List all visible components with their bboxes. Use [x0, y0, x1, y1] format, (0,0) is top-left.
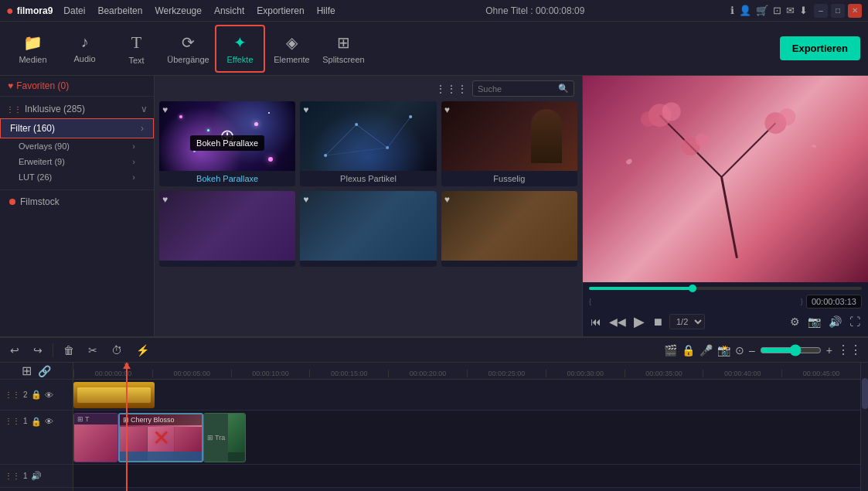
export-button[interactable]: Exportieren [780, 36, 860, 60]
inklusive-category[interactable]: ⋮⋮ Inklusive (285) ∨ [0, 100, 154, 118]
time-display: 00:00:03:13 [806, 295, 862, 309]
stop-button[interactable]: ⏹ [651, 314, 665, 329]
add-track-icon[interactable]: ⊞ [22, 363, 32, 378]
ruler-mark-5: 00:00:25:00 [467, 370, 546, 377]
info-icon[interactable]: ℹ [730, 5, 734, 16]
redo-button[interactable]: ↪ [29, 342, 46, 359]
minus-zoom-icon[interactable]: – [749, 344, 755, 356]
tool-elemente[interactable]: ◈ Elemente [267, 25, 317, 73]
audio-track-mute[interactable]: 🔊 [31, 471, 42, 481]
tool-text[interactable]: T Text [111, 25, 162, 73]
lock-icon[interactable]: 🔒 [682, 344, 695, 356]
snapshot-icon[interactable]: 📸 [717, 344, 730, 356]
timeline-toolbar: ↩ ↪ 🗑 ✂ ⏱ ⚡ 🎬 🔒 🎤 📸 ⊙ – + ⋮⋮ [0, 338, 868, 363]
minimize-button[interactable]: – [814, 4, 828, 18]
volume-button[interactable]: 🔊 [827, 314, 843, 329]
tool-splitscreen[interactable]: ⊞ Splitscreen [318, 25, 369, 73]
inklusive-grid-icon: ⋮⋮ [6, 105, 22, 114]
grid-view-toggle[interactable]: ⋮⋮⋮ [435, 83, 468, 95]
timeline-view-icon[interactable]: ⋮⋮ [837, 343, 862, 357]
effect-card-bokeh[interactable]: ♥ ⊕ Bokeh Parallaxe Bokeh Parallaxe [159, 101, 295, 186]
effect-thumb-4: ♥ [159, 191, 295, 261]
effect-card-6[interactable]: ♥ [441, 191, 577, 267]
undo-button[interactable]: ↩ [6, 342, 23, 359]
filmstock-label: Filmstock [20, 196, 60, 207]
clip-t[interactable]: ⊞ T [73, 413, 118, 462]
track-1-eye[interactable]: 👁 [45, 417, 53, 426]
track-2-eye[interactable]: 👁 [45, 390, 53, 400]
account-icon[interactable]: 👤 [739, 5, 751, 16]
fullscreen-button[interactable]: ⛶ [848, 314, 862, 329]
quality-select[interactable]: 1/2 1/1 1/4 [669, 314, 705, 329]
panel-divider [0, 189, 154, 190]
delete-button[interactable]: 🗑 [60, 342, 78, 359]
track-1-lock[interactable]: 🔒 [31, 417, 42, 427]
plus-zoom-icon[interactable]: + [826, 344, 832, 356]
effect-card-4[interactable]: ♥ [159, 191, 295, 267]
filter-item[interactable]: Filter (160) › [0, 118, 154, 138]
tool-effekte[interactable]: ✦ Effekte [215, 25, 265, 73]
menu-werkzeuge[interactable]: Werkzeuge [150, 4, 206, 18]
splitscreen-icon: ⊞ [337, 33, 350, 52]
window-title: Ohne Titel : 00:00:08:09 [346, 5, 724, 16]
close-button[interactable]: ✕ [848, 4, 862, 18]
effect-card-plexus[interactable]: ♥ Plexus Partikel [300, 101, 436, 186]
loop-icon[interactable]: ⊙ [735, 344, 744, 356]
tool-audio[interactable]: ♪ Audio [60, 25, 110, 73]
audio-eq-button[interactable]: ⚡ [132, 342, 153, 359]
play-button[interactable]: ▶ [632, 312, 646, 332]
tool-medien[interactable]: 📁 Medien [8, 25, 58, 73]
effect-card-fusselig[interactable]: ♥ Fusselig [441, 101, 577, 186]
menu-ansicht[interactable]: Ansicht [209, 4, 249, 18]
settings-button[interactable]: ⚙ [788, 314, 802, 329]
timeline-ruler: 00:00:00:00 00:00:05:00 00:00:10:00 00:0… [73, 363, 860, 380]
effect-label-4 [159, 261, 295, 267]
message-icon[interactable]: ✉ [786, 5, 795, 16]
lut-item[interactable]: LUT (26) › [0, 169, 154, 185]
menu-exportieren[interactable]: Exportieren [252, 4, 308, 18]
menu-hilfe[interactable]: Hilfe [312, 4, 340, 18]
heart-icon-4[interactable]: ♥ [162, 194, 168, 205]
effect-thumb-plexus: ♥ [300, 101, 436, 171]
screenshot-icon[interactable]: ⊡ [773, 5, 781, 16]
erweitert-item[interactable]: Erweitert (9) › [0, 154, 154, 169]
heart-icon-5[interactable]: ♥ [303, 194, 308, 205]
cut-button[interactable]: ✂ [84, 342, 101, 359]
clip-tra[interactable]: ⊞ Tra [203, 413, 246, 462]
delete-x-icon[interactable]: ✕ [152, 425, 170, 451]
heart-icon-fusselig[interactable]: ♥ [444, 104, 450, 115]
download-icon[interactable]: ⬇ [799, 5, 808, 16]
search-input[interactable] [478, 84, 555, 94]
skip-back-button[interactable]: ⏮ [589, 314, 603, 329]
medien-icon: 📁 [23, 33, 43, 52]
tool-uebergaenge[interactable]: ⟳ Übergänge [163, 25, 213, 73]
clip-cherry[interactable]: ⊞ Cherry Blosso ✕ [118, 413, 203, 462]
mic-icon[interactable]: 🎤 [700, 344, 713, 356]
track-2-lock[interactable]: 🔒 [31, 390, 42, 400]
link-icon[interactable]: 🔗 [38, 365, 51, 377]
timeline-scrollbar[interactable] [860, 363, 868, 491]
filmstock-item[interactable]: Filmstock [0, 192, 154, 212]
overlays-chevron: › [132, 142, 135, 151]
progress-handle[interactable] [689, 285, 696, 292]
elemente-label: Elemente [274, 55, 309, 64]
cart-icon[interactable]: 🛒 [756, 5, 768, 16]
screenshot-button[interactable]: 📷 [806, 314, 822, 329]
maximize-button[interactable]: □ [831, 4, 845, 18]
overlay-clip-yellow[interactable] [73, 382, 155, 408]
heart-icon-plexus[interactable]: ♥ [303, 104, 308, 115]
heart-icon-bokeh[interactable]: ♥ [162, 104, 168, 115]
playhead[interactable] [126, 363, 128, 491]
main-track-lane: ⊞ T ⊞ Cherry Blosso [73, 411, 860, 465]
rewind-button[interactable]: ◀◀ [608, 314, 628, 329]
menu-datei[interactable]: Datei [59, 4, 90, 18]
progress-bar[interactable] [589, 287, 862, 290]
scene-detect-icon[interactable]: 🎬 [664, 344, 677, 356]
menu-bearbeiten[interactable]: Bearbeiten [93, 4, 147, 18]
timer-button[interactable]: ⏱ [107, 342, 126, 359]
overlays-item[interactable]: Overlays (90) › [0, 138, 154, 154]
effekte-label: Effekte [226, 55, 253, 64]
zoom-slider[interactable] [760, 344, 822, 356]
effect-card-5[interactable]: ♥ [300, 191, 436, 267]
heart-icon-6[interactable]: ♥ [444, 194, 450, 205]
